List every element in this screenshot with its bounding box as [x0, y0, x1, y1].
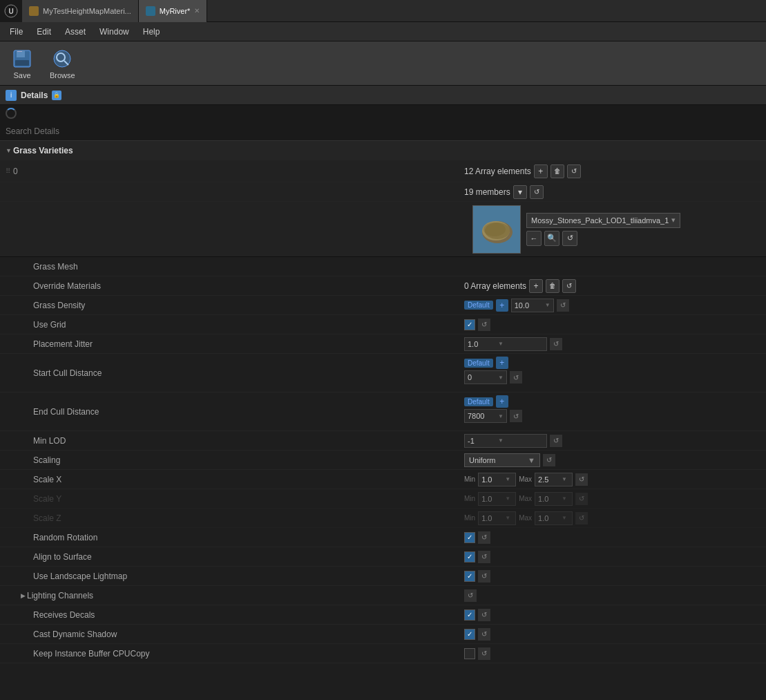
scale-z-max-field[interactable]	[538, 514, 560, 522]
scale-y-max-input[interactable]: ▼	[535, 492, 573, 506]
override-add-button[interactable]: +	[529, 279, 543, 293]
placement-jitter-label-cell: Placement Jitter	[0, 334, 461, 353]
cast-dynamic-shadow-checkbox[interactable]: ✓	[464, 629, 475, 640]
array-delete-button[interactable]: 🗑	[550, 164, 564, 178]
keep-instance-buffer-label: Keep Instance Buffer CPUCopy	[33, 649, 150, 659]
receives-decals-checkbox[interactable]: ✓	[464, 609, 475, 621]
end-cull-field[interactable]	[468, 412, 495, 420]
start-cull-field[interactable]	[468, 373, 495, 381]
align-to-surface-row: Align to Surface ✓ ↺	[0, 547, 766, 567]
svg-rect-5	[15, 60, 29, 66]
menu-window[interactable]: Window	[93, 24, 136, 39]
scale-y-max-field[interactable]	[538, 495, 560, 503]
end-cull-value-cell: Default + ▼ ↺	[461, 392, 766, 431]
toolbar: Save Browse	[0, 41, 766, 86]
min-lod-field[interactable]	[468, 437, 495, 445]
random-rotation-reset-button[interactable]: ↺	[478, 531, 490, 544]
menu-asset[interactable]: Asset	[58, 24, 93, 39]
scale-x-max-input[interactable]: ▼	[535, 473, 573, 486]
scale-y-min-input[interactable]: ▼	[478, 492, 516, 506]
scale-x-min-input[interactable]: ▼	[478, 473, 516, 486]
start-cull-plus-button[interactable]: +	[496, 357, 508, 369]
tab-material-icon	[29, 6, 39, 16]
random-rotation-row: Random Rotation ✓ ↺	[0, 528, 766, 547]
tab-river[interactable]: MyRiver* ✕	[139, 0, 208, 22]
save-button[interactable]: Save	[6, 45, 39, 82]
element-index: 0	[13, 167, 18, 176]
min-lod-reset-button[interactable]: ↺	[550, 435, 562, 447]
placement-jitter-input[interactable]: ▼	[464, 337, 547, 351]
grass-varieties-section[interactable]: ▼ Grass Varieties	[0, 141, 766, 160]
scaling-select[interactable]: Uniform ▼	[464, 453, 540, 467]
mesh-nav-prev-button[interactable]: ←	[526, 231, 542, 246]
align-to-surface-checkbox[interactable]: ✓	[464, 551, 475, 562]
lighting-channels-reset-button[interactable]: ↺	[464, 589, 477, 602]
align-to-surface-reset-button[interactable]: ↺	[478, 551, 490, 563]
min-lod-input[interactable]: ▼	[464, 434, 547, 448]
menu-edit[interactable]: Edit	[30, 24, 58, 39]
scale-x-reset-button[interactable]: ↺	[575, 473, 588, 486]
override-delete-button[interactable]: 🗑	[546, 279, 559, 293]
mesh-search-button[interactable]: 🔍	[544, 231, 559, 246]
array-reset-button[interactable]: ↺	[567, 164, 581, 178]
scale-z-max-input[interactable]: ▼	[535, 511, 573, 525]
use-grid-label-cell: Use Grid	[0, 315, 461, 334]
use-grid-reset-button[interactable]: ↺	[478, 319, 490, 331]
mesh-reset-button[interactable]: ↺	[562, 231, 577, 246]
scale-z-reset-button[interactable]: ↺	[575, 512, 588, 524]
scale-y-reset-button[interactable]: ↺	[575, 493, 588, 505]
start-cull-input[interactable]: ▼	[464, 370, 507, 384]
scale-y-min-field[interactable]	[481, 495, 504, 503]
tab-material[interactable]: MyTestHeightMapMateri...	[22, 0, 139, 22]
use-landscape-lightmap-reset-button[interactable]: ↺	[478, 570, 490, 583]
panel-lock-button[interactable]: 🔒	[52, 91, 61, 100]
svg-point-13	[485, 223, 510, 239]
grass-density-label-cell: Grass Density	[0, 296, 461, 314]
scale-z-min-field[interactable]	[481, 514, 504, 522]
members-reset-button[interactable]: ↺	[530, 185, 544, 199]
array-add-button[interactable]: +	[534, 164, 548, 178]
section-expand-arrow[interactable]: ▼	[6, 147, 12, 154]
grass-density-default: Default	[464, 301, 493, 310]
grass-density-arrows: ▼	[545, 302, 550, 308]
end-cull-reset-button[interactable]: ↺	[510, 410, 522, 422]
scale-y-min-arrows: ▼	[505, 495, 510, 502]
scale-z-min-input[interactable]: ▼	[478, 511, 516, 525]
search-input[interactable]	[6, 126, 760, 136]
lighting-channels-expand-arrow[interactable]: ▶	[21, 592, 26, 599]
use-landscape-lightmap-label-cell: Use Landscape Lightmap	[0, 567, 461, 585]
menu-help[interactable]: Help	[136, 24, 167, 39]
grass-density-field[interactable]	[515, 301, 542, 310]
random-rotation-checkbox[interactable]: ✓	[464, 532, 475, 543]
grass-density-input[interactable]: ▼	[511, 299, 554, 312]
tab-material-label: MyTestHeightMapMateri...	[43, 7, 131, 15]
cast-dynamic-shadow-reset-button[interactable]: ↺	[478, 628, 490, 641]
use-landscape-lightmap-checkbox[interactable]: ✓	[464, 571, 475, 582]
keep-instance-buffer-checkbox[interactable]	[464, 648, 475, 659]
browse-button[interactable]: Browse	[44, 45, 81, 82]
end-cull-input[interactable]: ▼	[464, 409, 507, 423]
mesh-name-dropdown[interactable]: Mossy_Stones_Pack_LOD1_tliiadmva_1 ▾	[526, 213, 680, 228]
mesh-thumbnail[interactable]	[472, 205, 521, 254]
grass-mesh-label-cell: Grass Mesh	[0, 257, 461, 276]
grass-density-reset-button[interactable]: ↺	[557, 299, 569, 312]
receives-decals-reset-button[interactable]: ↺	[478, 609, 490, 621]
member-count-label: 19 members	[464, 187, 510, 197]
grass-density-plus-button[interactable]: +	[496, 299, 508, 312]
override-reset-button[interactable]: ↺	[562, 279, 576, 293]
close-tab-icon[interactable]: ✕	[194, 7, 200, 15]
scale-x-min-field[interactable]	[481, 475, 504, 484]
scale-y-min-group: Min ▼	[464, 492, 516, 506]
use-landscape-lightmap-value-cell: ✓ ↺	[461, 567, 766, 585]
members-dropdown-button[interactable]: ▾	[513, 185, 527, 199]
placement-jitter-field[interactable]	[468, 340, 495, 348]
scale-x-max-field[interactable]	[538, 475, 560, 484]
menu-file[interactable]: File	[3, 24, 30, 39]
end-cull-plus-button[interactable]: +	[496, 395, 508, 408]
placement-jitter-reset-button[interactable]: ↺	[550, 338, 562, 350]
keep-instance-buffer-reset-button[interactable]: ↺	[478, 647, 490, 660]
cast-dynamic-shadow-check-mark: ✓	[467, 630, 472, 638]
start-cull-reset-button[interactable]: ↺	[510, 371, 522, 384]
scaling-reset-button[interactable]: ↺	[543, 454, 555, 466]
use-grid-checkbox[interactable]: ✓	[464, 319, 475, 330]
